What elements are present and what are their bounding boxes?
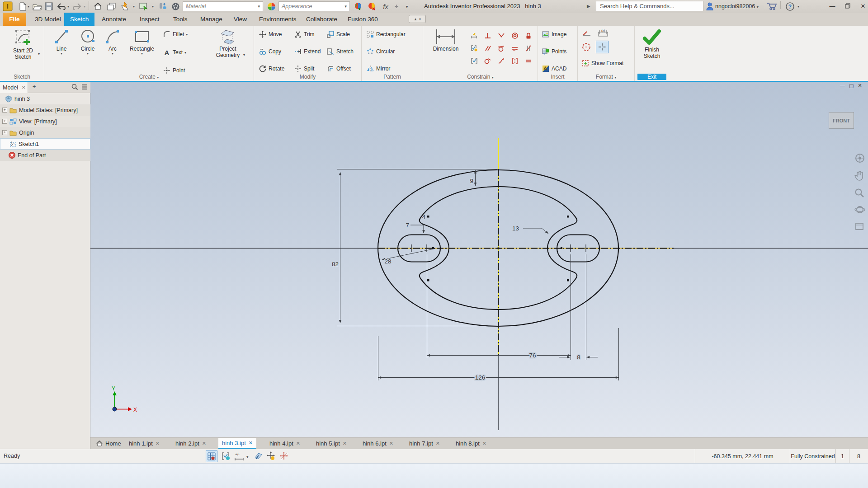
trim-button[interactable]: Trim	[294, 29, 315, 39]
construction-icon[interactable]	[581, 42, 591, 54]
doc-close-icon[interactable]: ✕	[858, 83, 862, 89]
offset-button[interactable]: Offset	[326, 64, 351, 74]
tab-hinh2[interactable]: hinh 2.ipt✕	[172, 438, 210, 449]
tab-fusion-360[interactable]: Fusion 360	[342, 13, 384, 26]
tab-sketch[interactable]: Sketch	[64, 13, 94, 26]
perpendicular-icon[interactable]	[484, 32, 492, 40]
browser-item-part[interactable]: hinh 3	[0, 93, 90, 104]
finish-sketch-button[interactable]: FinishSketch	[638, 28, 665, 59]
circular-pattern-button[interactable]: Circular	[366, 47, 395, 56]
capture-icon[interactable]	[138, 1, 150, 12]
tab-hinh5[interactable]: hinh 5.ipt✕	[312, 438, 350, 449]
show-constraints-icon[interactable]	[470, 44, 478, 52]
save-icon[interactable]	[43, 1, 54, 12]
centerline-button[interactable]	[596, 41, 609, 53]
tab-annotate[interactable]: Annotate	[96, 13, 132, 26]
dimension-button[interactable]: Dimension	[427, 28, 465, 52]
start-2d-sketch-button[interactable]: Start 2D Sketch	[7, 28, 39, 60]
look-at-icon[interactable]	[854, 221, 865, 233]
sketch-only-icon[interactable]	[582, 29, 591, 39]
collinear-icon[interactable]	[511, 44, 519, 52]
tab-close-icon[interactable]: ✕	[156, 441, 160, 446]
appearance-add-icon[interactable]	[353, 1, 363, 12]
dof-yellow-toggle[interactable]	[267, 451, 276, 463]
browser-item-sketch1[interactable]: Sketch1	[0, 138, 90, 150]
line-button[interactable]: Line▾	[50, 28, 73, 56]
panel-label-format[interactable]: Format ▾	[578, 74, 634, 80]
midpoint-icon[interactable]	[511, 57, 519, 65]
arc-button[interactable]: Arc▾	[102, 28, 123, 56]
help-search-input[interactable]: Search Help & Commands...	[596, 1, 703, 11]
browser-tab-close-icon[interactable]: ✕	[22, 85, 25, 90]
pan-hand-icon[interactable]	[854, 170, 865, 183]
tab-home[interactable]: Home	[93, 438, 125, 449]
text-button[interactable]: AText▾	[163, 47, 186, 57]
browser-search-icon[interactable]	[71, 84, 78, 92]
circle-button[interactable]: Circle▾	[76, 28, 99, 56]
panel-label-create[interactable]: Create ▾	[44, 74, 254, 80]
close-icon[interactable]: ✕	[855, 0, 868, 12]
browser-item-end-of-part[interactable]: End of Part	[0, 150, 90, 161]
expand-icon[interactable]: +	[2, 130, 7, 135]
coincident-icon[interactable]	[497, 32, 505, 40]
open-icon[interactable]	[32, 1, 42, 12]
redo-dropdown[interactable]: ▾	[82, 1, 87, 12]
dimension-display-toggle[interactable]: +/-	[234, 452, 245, 462]
switch-windows-icon[interactable]	[105, 1, 117, 12]
rectangular-pattern-button[interactable]: Rectangular	[366, 29, 406, 39]
tangent-arc-icon[interactable]	[484, 57, 492, 65]
cart-icon[interactable]	[766, 1, 778, 12]
driven-dimension-icon[interactable]: (x)	[598, 28, 609, 39]
parallel-icon[interactable]	[484, 44, 492, 52]
color-wheel-icon[interactable]	[266, 1, 277, 12]
dof-red-toggle[interactable]	[279, 451, 288, 463]
tab-collaborate[interactable]: Collaborate	[300, 13, 343, 26]
equal-icon[interactable]	[524, 57, 533, 65]
tab-hinh6[interactable]: hinh 6.ipt✕	[359, 438, 397, 449]
tab-file[interactable]: File	[3, 13, 26, 26]
tab-close-icon[interactable]: ✕	[482, 441, 486, 446]
appearance-combobox[interactable]: Appearance▾	[278, 1, 350, 11]
account-name[interactable]: nngocloi982006 ▾	[715, 3, 759, 9]
show-format-button[interactable]: Show Format	[581, 58, 623, 68]
tab-hinh7[interactable]: hinh 7.ipt✕	[406, 438, 443, 449]
viewcube[interactable]: FRONT	[829, 112, 854, 129]
auto-dimension-icon[interactable]	[470, 32, 478, 40]
tangent-icon[interactable]	[497, 44, 505, 52]
nav-wheel-icon[interactable]	[854, 153, 865, 165]
help-icon[interactable]: ?	[785, 1, 795, 12]
tab-close-icon[interactable]: ✕	[202, 441, 206, 446]
sketch-dimensions[interactable]: 82 126 76 8 9 7 4 13 28	[332, 169, 619, 381]
mirror-button[interactable]: Mirror	[366, 64, 390, 74]
project-geometry-button[interactable]: Project Geometry	[211, 28, 245, 58]
appearance-remove-icon[interactable]	[366, 1, 377, 12]
parameters-fx-icon[interactable]: fx	[381, 1, 391, 12]
undo-dropdown[interactable]: ▾	[66, 1, 71, 12]
acad-button[interactable]: ACAD	[542, 64, 566, 74]
tab-close-icon[interactable]: ✕	[389, 441, 393, 446]
bolt-dropdown[interactable]: ▾	[132, 1, 136, 12]
tab-hinh4[interactable]: hinh 4.ipt✕	[266, 438, 304, 449]
inventor-logo[interactable]: I	[2, 1, 14, 12]
tab-close-icon[interactable]: ✕	[249, 440, 253, 446]
quick-access-bolt-icon[interactable]	[119, 1, 131, 12]
copy-button[interactable]: Copy	[259, 47, 281, 56]
capture-dropdown[interactable]: ▾	[151, 1, 155, 12]
sketch-view[interactable]: 82 126 76 8 9 7 4 13 28 Y X	[90, 82, 868, 449]
expand-icon[interactable]: +	[2, 119, 7, 124]
tab-hinh3[interactable]: hinh 3.ipt✕	[218, 438, 256, 449]
ribbon-collapse-icon[interactable]: ▲▾	[409, 15, 426, 23]
slice-graphics-toggle[interactable]	[253, 451, 263, 463]
points-button[interactable]: Points	[542, 47, 566, 56]
tab-manage[interactable]: Manage	[194, 13, 228, 26]
snap-grid-toggle[interactable]	[206, 450, 217, 462]
zoom-icon[interactable]	[854, 188, 865, 200]
material-combobox[interactable]: Material▾	[183, 1, 263, 11]
panel-label-sketch[interactable]: Sketch	[0, 74, 44, 80]
home-icon[interactable]	[92, 1, 104, 12]
constraint-inference-toggle[interactable]	[222, 452, 231, 462]
expand-icon[interactable]: +	[2, 108, 7, 113]
browser-tab-model[interactable]: Model✕	[0, 82, 28, 93]
data-icon[interactable]	[157, 1, 169, 12]
dimension-dropdown[interactable]: ▾	[246, 455, 249, 459]
